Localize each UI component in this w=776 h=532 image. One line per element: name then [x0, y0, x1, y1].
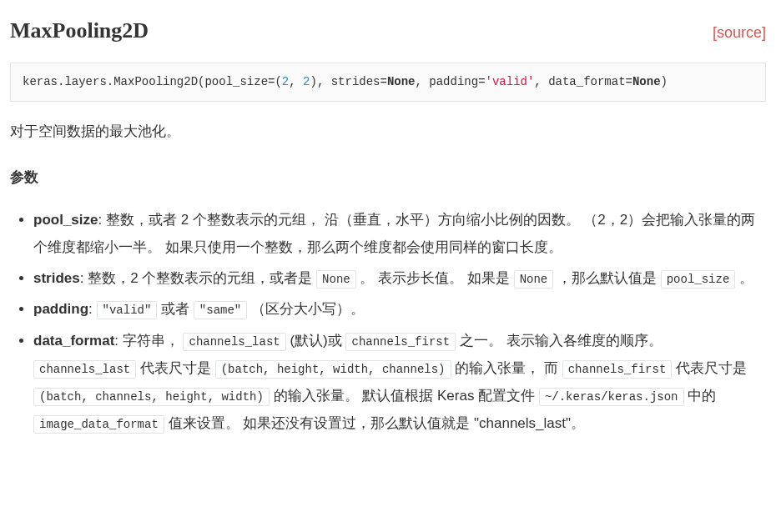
sig-after-strides: , padding=: [416, 75, 486, 88]
arg-pool-size-text: : 整数，或者 2 个整数表示的元组， 沿（垂直，水平）方向缩小比例的因数。 （…: [33, 212, 755, 255]
arg-data-format: data_format: 字符串， channels_last (默认)或 ch…: [33, 327, 766, 438]
description: 对于空间数据的最大池化。: [10, 118, 766, 145]
arg-strides-name: strides: [33, 270, 80, 286]
arg-padding-c1: "valid": [97, 301, 158, 319]
page-title: MaxPooling2D: [10, 10, 149, 51]
sig-close: ): [661, 75, 668, 88]
arg-df-c1: channels_last: [183, 333, 285, 351]
arg-df-t4: 代表尺寸是: [136, 360, 214, 376]
arg-strides-t1: : 整数，2 个整数表示的元组，或者是: [80, 270, 316, 286]
arg-padding-c2: "same": [194, 301, 247, 319]
arg-df-c4: (batch, height, width, channels): [215, 360, 451, 379]
arguments-list: pool_size: 整数，或者 2 个整数表示的元组， 沿（垂直，水平）方向缩…: [10, 206, 766, 437]
arg-pool-size: pool_size: 整数，或者 2 个整数表示的元组， 沿（垂直，水平）方向缩…: [33, 206, 766, 261]
sig-valid: 'valid': [486, 75, 535, 88]
arg-df-c7: ~/.keras/keras.json: [539, 388, 684, 406]
arg-df-t1: : 字符串，: [114, 333, 183, 349]
arg-df-c8: image_data_format: [33, 415, 164, 434]
arg-df-t9: 值来设置。 如果还没有设置过，那么默认值就是 "channels_last"。: [164, 415, 585, 431]
arg-strides-t4: 。: [735, 270, 753, 286]
arg-padding-name: padding: [33, 301, 88, 317]
arg-df-c5: channels_first: [562, 360, 673, 379]
arg-df-t5: 的输入张量， 而: [451, 360, 562, 376]
sig-comma1: ,: [289, 75, 303, 88]
source-link[interactable]: [source]: [713, 18, 766, 47]
arg-strides-t3: ，那么默认值是: [553, 270, 660, 286]
arg-padding-t3: （区分大小写）。: [247, 301, 365, 317]
arg-strides: strides: 整数，2 个整数表示的元组，或者是 None 。 表示步长值。…: [33, 264, 766, 292]
sig-after-padding: , data_format=: [534, 75, 632, 88]
sig-after-pool: ), strides=: [310, 75, 386, 88]
arg-padding-t1: :: [88, 301, 96, 317]
arg-df-t6: 代表尺寸是: [672, 360, 747, 376]
arguments-heading: 参数: [10, 164, 766, 191]
arg-pool-size-name: pool_size: [33, 212, 98, 228]
arg-strides-c2: None: [514, 270, 554, 289]
sig-none2: None: [632, 75, 661, 88]
arg-strides-t2: 。 表示步长值。 如果是: [356, 270, 514, 286]
sig-prefix: keras.layers.MaxPooling2D(pool_size=(: [23, 75, 282, 88]
arg-df-c2: channels_first: [345, 333, 456, 351]
arg-df-t3: 之一。 表示输入各维度的顺序。: [456, 333, 662, 349]
arg-strides-c3: pool_size: [661, 270, 736, 289]
section-header: MaxPooling2D [source]: [10, 10, 766, 51]
sig-num1: 2: [282, 75, 289, 88]
arg-strides-c1: None: [316, 270, 356, 289]
arg-df-t2: (默认)或: [286, 333, 346, 349]
arg-padding-t2: 或者: [157, 301, 193, 317]
arg-data-format-name: data_format: [33, 333, 114, 349]
sig-none1: None: [387, 75, 416, 88]
arg-df-t8: 中的: [684, 388, 717, 404]
arg-padding: padding: "valid" 或者 "same" （区分大小写）。: [33, 295, 766, 323]
arg-df-t7: 的输入张量。 默认值根据 Keras 配置文件: [270, 388, 539, 404]
arg-df-c6: (batch, channels, height, width): [33, 388, 270, 406]
code-signature: keras.layers.MaxPooling2D(pool_size=(2, …: [10, 63, 766, 102]
arg-df-c3: channels_last: [33, 360, 136, 379]
